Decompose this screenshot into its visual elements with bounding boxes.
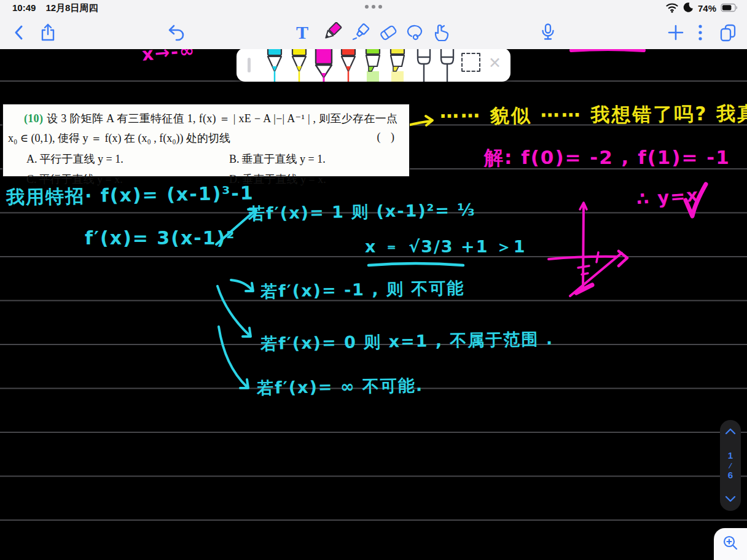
text-tool-button[interactable]: T xyxy=(296,22,308,43)
add-page-button[interactable] xyxy=(668,25,684,41)
clock-date: 12月8日周四 xyxy=(45,2,98,14)
note-solution-values: 解: f(0)= -2 , f(1)= -1 xyxy=(484,145,730,171)
selection-placeholder-icon[interactable] xyxy=(461,53,480,72)
note-case1: 若f′(x)= 1 则 (x-1)²= ⅓ xyxy=(248,199,476,225)
popup-close-button[interactable]: ✕ xyxy=(488,55,501,71)
problem-number: (10) xyxy=(24,112,43,125)
problem-line1: (10)设 3 阶矩阵 A 有三重特征值 1, f(x) ＝ | xE − A … xyxy=(3,104,409,126)
pen-magenta[interactable] xyxy=(312,49,335,82)
option-d: D.垂直于直线 y = x. xyxy=(229,172,409,187)
wifi-icon xyxy=(666,2,678,15)
highlighter-green[interactable] xyxy=(361,49,385,82)
cyan-underline xyxy=(369,263,463,265)
note-canvas[interactable]: x→-∞ ⋯⋯ 貌似 ⋯⋯ 我想错了吗? 我真傻吗? 解: f(0)= -2 ,… xyxy=(0,49,747,560)
pen-red[interactable] xyxy=(337,49,360,82)
note-derivative: f′(x)= 3(x-1)² xyxy=(85,227,235,249)
note-top-left-limit: x→-∞ xyxy=(141,49,197,65)
option-c: C.平行于直线 y = x. xyxy=(26,172,229,187)
page-up-button[interactable] xyxy=(725,426,736,437)
eraser-tool-button[interactable] xyxy=(377,23,399,42)
answer-bracket: ( ) xyxy=(377,131,399,144)
page-down-button[interactable] xyxy=(725,494,736,505)
page-separator: / xyxy=(729,461,733,469)
lasso-tool-button[interactable] xyxy=(404,22,425,43)
cyan-arrow-case4 xyxy=(219,327,247,387)
page-current: 1 xyxy=(728,450,733,462)
undo-button[interactable] xyxy=(167,24,186,41)
note-conclusion: ∴ y=x xyxy=(636,184,700,209)
clock-time: 10:49 xyxy=(12,2,36,14)
popup-drag-handle[interactable] xyxy=(248,58,251,72)
note-case3: 若f′(x)= 0 则 x=1 , 不属于范围 . xyxy=(260,328,554,355)
app-chrome: 10:49 12月8日周四 74% xyxy=(0,0,747,49)
share-button[interactable] xyxy=(39,23,57,42)
back-button[interactable] xyxy=(12,24,26,41)
pen-yellow[interactable] xyxy=(287,49,311,82)
magenta-axes-sketch xyxy=(549,203,627,296)
battery-percent: 74% xyxy=(698,3,716,14)
note-yellow-comment: ⋯⋯ 貌似 ⋯⋯ 我想错了吗? 我真傻吗? xyxy=(440,100,747,129)
multitask-indicator-icon[interactable] xyxy=(365,5,382,9)
pen-tool-button-active[interactable] xyxy=(322,22,343,43)
yellow-arrow-icon xyxy=(408,116,432,125)
problem-options: A.平行于直线 y = 1. B.垂直于直线 y = 1. C.平行于直线 y … xyxy=(3,146,409,187)
pen-empty-2[interactable] xyxy=(436,49,459,82)
pen-cyan[interactable] xyxy=(263,49,286,82)
cyan-arrow-case3 xyxy=(217,286,249,335)
pointer-hand-tool-button[interactable] xyxy=(431,22,452,43)
focus-moon-icon xyxy=(682,2,694,15)
note-case1-result: x ﹦ √3∕3 +1 ＞1 xyxy=(365,236,526,258)
toolbar: T xyxy=(0,16,747,49)
page-navigator[interactable]: 1 / 6 xyxy=(720,420,741,511)
note-case2: 若f′(x)= -1 , 则 不可能 xyxy=(260,277,465,303)
cyan-arrow-case2 xyxy=(231,280,252,290)
note-case4: 若f′(x)= ∞ 不可能. xyxy=(257,375,424,400)
page-total: 6 xyxy=(728,470,733,481)
option-a: A.平行于直线 y = 1. xyxy=(26,152,229,166)
problem-image[interactable]: (10)设 3 阶矩阵 A 有三重特征值 1, f(x) ＝ | xE − A … xyxy=(3,104,409,176)
zoom-tool-button[interactable] xyxy=(714,528,747,560)
pen-empty-1[interactable] xyxy=(412,49,436,82)
more-options-button[interactable] xyxy=(698,24,703,41)
problem-line2: x₀ ∈ (0,1), 使得 y ＝ f(x) 在 (x₀ , f(x₀)) 处… xyxy=(3,126,409,146)
highlighter-yellow[interactable] xyxy=(386,49,409,82)
pen-popup: ✕ xyxy=(237,49,510,82)
magnifier-plus-icon xyxy=(722,534,739,554)
highlighter-tool-button[interactable] xyxy=(350,22,371,43)
status-bar: 10:49 12月8日周四 74% xyxy=(0,0,747,16)
pages-overview-button[interactable] xyxy=(719,23,737,42)
stroke-magenta-topline xyxy=(571,49,644,50)
microphone-button[interactable] xyxy=(539,23,557,42)
battery-icon xyxy=(721,3,738,14)
option-b: B.垂直于直线 y = 1. xyxy=(229,152,409,166)
